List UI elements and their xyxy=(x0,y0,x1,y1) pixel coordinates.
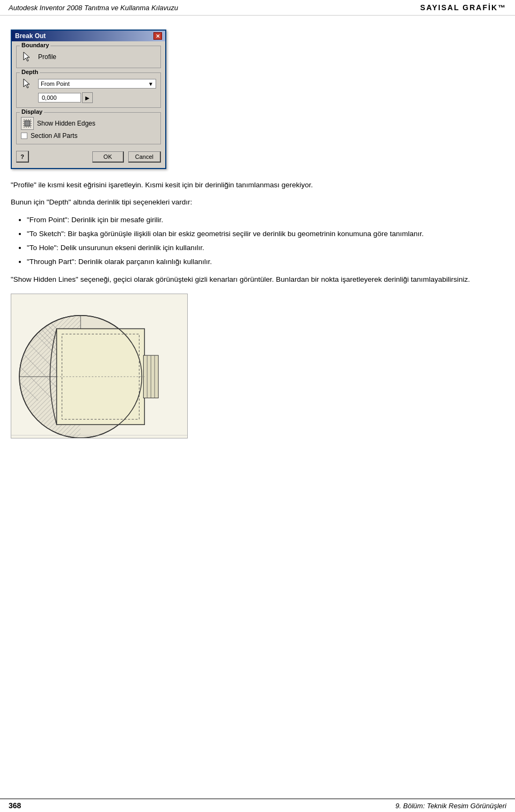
depth-section: Depth From Point ▼ xyxy=(16,72,161,108)
dialog-body: Boundary Profile Depth xyxy=(12,41,165,168)
footer-page-number: 368 xyxy=(9,801,21,810)
profile-label: Profile xyxy=(38,53,56,61)
technical-diagram xyxy=(11,294,188,438)
depth-value-row: 0,000 ▶ xyxy=(38,92,156,103)
dialog-buttons: ? OK Cancel xyxy=(16,149,161,164)
boundary-label: Boundary xyxy=(20,42,50,48)
show-hidden-edges-label: Show Hidden Edges xyxy=(37,120,95,127)
page-footer: 368 9. Bölüm: Teknik Resim Görünüşleri xyxy=(0,799,515,812)
depth-label: Depth xyxy=(20,69,40,75)
list-item: "To Hole": Delik unsurunun ekseni derinl… xyxy=(27,243,504,253)
header-brand: SAYISAL GRAFİK™ xyxy=(420,3,506,12)
main-content: Break Out ✕ Boundary Profile xyxy=(0,16,515,456)
dialog-titlebar: Break Out ✕ xyxy=(12,31,165,41)
footer-section-label: 9. Bölüm: Teknik Resim Görünüşleri xyxy=(395,802,506,810)
body-para2: Bunun için "Depth" altında derinlik tipi… xyxy=(11,197,504,208)
depth-value: 0,000 xyxy=(42,94,57,101)
depth-row: From Point ▼ xyxy=(21,77,156,90)
dropdown-arrow-icon: ▼ xyxy=(148,81,153,87)
break-out-dialog: Break Out ✕ Boundary Profile xyxy=(11,30,166,169)
depth-value-input[interactable]: 0,000 xyxy=(38,93,81,103)
dialog-title: Break Out xyxy=(15,32,46,40)
depth-dropdown[interactable]: From Point ▼ xyxy=(38,79,156,89)
dialog-close-button[interactable]: ✕ xyxy=(153,32,162,40)
help-button[interactable]: ? xyxy=(16,151,29,163)
ok-button[interactable]: OK xyxy=(92,151,124,163)
list-item: "Through Part": Derinlik olarak parçanın… xyxy=(27,257,504,267)
body-para3: "Show Hidden Lines" seçeneği, geçici ola… xyxy=(11,274,504,285)
display-label: Display xyxy=(20,108,44,115)
boundary-content: Profile xyxy=(21,50,156,63)
list-item: "From Point": Derinlik için bir mesafe g… xyxy=(27,215,504,225)
svg-marker-0 xyxy=(24,52,30,61)
cancel-button[interactable]: Cancel xyxy=(128,151,161,163)
header-title: Autodesk Inventor 2008 Tanıtma ve Kullan… xyxy=(9,4,178,12)
section-all-parts-checkbox[interactable] xyxy=(21,133,27,139)
body-para1: "Profile" ile kısmi kesit eğrisini işare… xyxy=(11,180,504,191)
bullet-list: "From Point": Derinlik için bir mesafe g… xyxy=(27,215,504,268)
boundary-section: Boundary Profile xyxy=(16,46,161,68)
page-header: Autodesk Inventor 2008 Tanıtma ve Kullan… xyxy=(0,0,515,16)
depth-cursor-icon xyxy=(21,77,34,90)
svg-marker-1 xyxy=(24,79,30,88)
section-all-parts-label: Section All Parts xyxy=(31,132,77,140)
depth-value-arrow-btn[interactable]: ▶ xyxy=(82,92,93,103)
svg-rect-3 xyxy=(25,121,30,126)
cursor-icon xyxy=(21,50,34,63)
para2-text: Bunun için "Depth" altında derinlik tipi… xyxy=(11,198,192,206)
display-section: Display Show Hidden Edges Section All Pa xyxy=(16,112,161,144)
dialog-container: Break Out ✕ Boundary Profile xyxy=(11,30,504,169)
list-item: "To Sketch": Bir başka görünüşle ilişkil… xyxy=(27,229,504,239)
display-row: Show Hidden Edges xyxy=(21,117,156,130)
para1-text: "Profile" ile kısmi kesit eğrisini işare… xyxy=(11,181,313,189)
depth-dropdown-value: From Point xyxy=(41,81,70,87)
section-all-parts-row: Section All Parts xyxy=(21,132,156,140)
hidden-edges-icon xyxy=(21,117,34,130)
para3-text: "Show Hidden Lines" seçeneği, geçici ola… xyxy=(11,275,470,283)
